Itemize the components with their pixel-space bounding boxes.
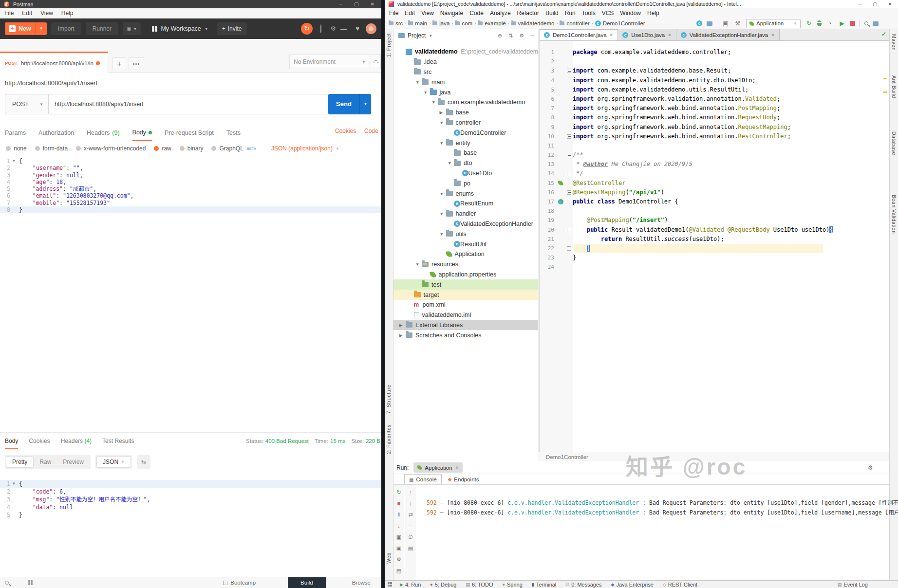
ide-menu-window[interactable]: Window [620,10,641,17]
tree-item-com-example-validateddemo[interactable]: ▼com.example.validateddemo [393,97,538,108]
breadcrumb-src[interactable]: src [389,20,403,26]
tree-item-test[interactable]: test [393,279,538,290]
radio-icon[interactable] [180,146,185,151]
statusbar-rest-client[interactable]: ◇REST Client [663,582,697,588]
tree-item-entity[interactable]: ▼entity [393,138,538,148]
editor-tab-demo1controller-java[interactable]: cDemo1Controller.java✕ [540,29,618,40]
request-tab-authorization[interactable]: Authorization [38,125,74,141]
postman-menu-help[interactable]: Help [61,10,74,17]
tree-item-application-properties[interactable]: application.properties [393,270,538,280]
pause-icon[interactable]: ‖ [398,512,400,517]
snapshot-icon[interactable]: ▣ [396,534,401,540]
soft-wrap-icon[interactable]: ⇄ [408,512,412,517]
fold-icon[interactable] [567,190,571,195]
locate-icon[interactable]: ⊕ [498,33,502,39]
statusbar-java-enterprise[interactable]: ◆Java Enterprise [611,582,654,588]
minimize-icon[interactable]: ─ [859,1,862,7]
dump-icon[interactable]: ▤ [396,568,401,573]
prev-occurrence-icon[interactable]: ↑ [409,489,412,495]
breadcrumb-class[interactable]: Demo1Controller [546,454,588,460]
tree-item-base[interactable]: ▶base [393,108,538,118]
view-raw[interactable]: Raw [34,456,57,468]
event-log-button[interactable]: ▤ Event Log [838,582,868,588]
tree-item-validateddemo-iml[interactable]: validateddemo.iml [393,310,538,320]
toolwindow-tab-structure[interactable]: 7: Structure [386,385,392,414]
run-subtab-endpoints[interactable]: ◆Endpoints [444,474,484,484]
tree-item-dto[interactable]: ▼dto [393,158,538,168]
heart-icon[interactable]: ♥ [354,25,361,33]
view-preview[interactable]: Preview [57,456,90,468]
toolwindow-tab-database[interactable]: Database [891,131,897,155]
spring-bean-gutter-icon[interactable] [558,181,563,186]
body-mode-graphql[interactable]: GraphQLBETA [211,145,256,152]
tree-item-use1dto[interactable]: cUse1Dto [393,168,538,179]
radio-icon[interactable] [76,146,81,151]
body-mode-raw[interactable]: raw [154,145,171,152]
toolwindow-tab-bean-validation[interactable]: Bean Validation [891,195,897,234]
statusbar-0-messages[interactable]: ∅0: Messages [565,582,601,588]
ide-menu-tools[interactable]: Tools [582,10,596,17]
run-configuration-select[interactable]: Application ▼ [746,19,801,28]
statusbar-4-run[interactable]: ▶4: Run [400,582,421,588]
statusbar-terminal[interactable]: ▮Terminal [532,582,557,588]
project-panel-title[interactable]: Project [408,32,426,39]
hide-icon[interactable]: ─ [880,464,884,471]
environment-select[interactable]: No Environment▼ [289,55,370,69]
run-subtab-console[interactable]: ▦Console [404,474,442,484]
interceptor-icon[interactable] [317,25,325,33]
editor-tab-use1dto-java[interactable]: cUse1Dto.java✕ [618,29,676,40]
ide-menu-code[interactable]: Code [469,10,484,17]
toolwindow-tab-web[interactable]: Web [386,552,392,564]
search-everywhere-icon[interactable] [864,21,868,25]
content-type-select[interactable]: JSON (application/json)▼ [271,145,339,152]
request-tab-tests[interactable]: Tests [226,125,241,141]
snapshot2-icon[interactable]: ▣ [396,545,401,551]
toolwindow-icon[interactable]: ▣ [722,20,730,27]
ide-menu-help[interactable]: Help [647,10,659,17]
import-button[interactable]: Import [51,22,81,35]
request-tab-body[interactable]: Body [132,125,152,141]
request-tab-headers[interactable]: Headers (9) [87,125,120,141]
wrap-text-icon[interactable]: ⇆ [137,455,150,469]
breadcrumb-Demo1Controller[interactable]: cDemo1Controller [595,20,645,26]
attach-profiler-icon[interactable]: ▶ [838,20,846,27]
statusbar-5-debug[interactable]: ●5: Debug [430,582,456,588]
fold-icon[interactable] [567,228,571,232]
minimize-icon[interactable]: ─ [339,0,342,8]
rerun-icon[interactable]: ↻ [805,20,813,27]
gear-icon[interactable]: ⚙ [519,33,524,39]
browse-button[interactable]: Browse [352,580,371,586]
close-icon[interactable]: ✕ [455,465,459,470]
tree-item-main[interactable]: ▼main [393,77,538,87]
code-link[interactable]: Code [364,128,378,134]
maximize-icon[interactable]: ▢ [354,0,358,8]
statusbar-6-todo[interactable]: ▤6: TODO [466,582,493,588]
fold-icon[interactable] [567,172,571,176]
radio-icon[interactable] [35,146,40,151]
runner-button[interactable]: Runner [86,22,118,35]
response-tab-headers[interactable]: Headers (4) [61,433,92,449]
tree-item-enums[interactable]: ▼enums [393,188,538,199]
tree-item-po[interactable]: po [393,178,538,188]
inspections-ok-icon[interactable]: ✓ [881,31,886,37]
avatar[interactable] [366,23,376,34]
print-icon[interactable]: ▤ [408,545,413,551]
settings-icon[interactable]: ⚙ [329,25,337,33]
layout-grid-icon[interactable] [28,580,33,585]
body-mode-binary[interactable]: binary [180,145,204,152]
warning-stripe-mark[interactable] [883,78,887,79]
notifications-bell-icon[interactable] [341,25,349,33]
response-tab-cookies[interactable]: Cookies [29,433,50,449]
radio-icon[interactable] [6,146,11,151]
tree-item-java[interactable]: ▼java [393,87,538,97]
workspace-switcher[interactable]: My Workspace ▼ [152,25,208,32]
breadcrumb-main[interactable]: main [408,20,427,26]
tree-item-handler[interactable]: ▼handler [393,209,538,219]
close-tab-icon[interactable]: ✕ [668,33,672,37]
body-mode-x-www-form-urlencoded[interactable]: x-www-form-urlencoded [76,145,146,152]
toolwindow-toggle-icon[interactable] [388,582,392,587]
tree-item-controller[interactable]: ▼controller [393,118,538,128]
close-icon[interactable]: ✕ [371,0,374,8]
close-tab-icon[interactable]: ✕ [771,33,775,37]
rerun-icon[interactable]: ↻ [396,489,401,495]
